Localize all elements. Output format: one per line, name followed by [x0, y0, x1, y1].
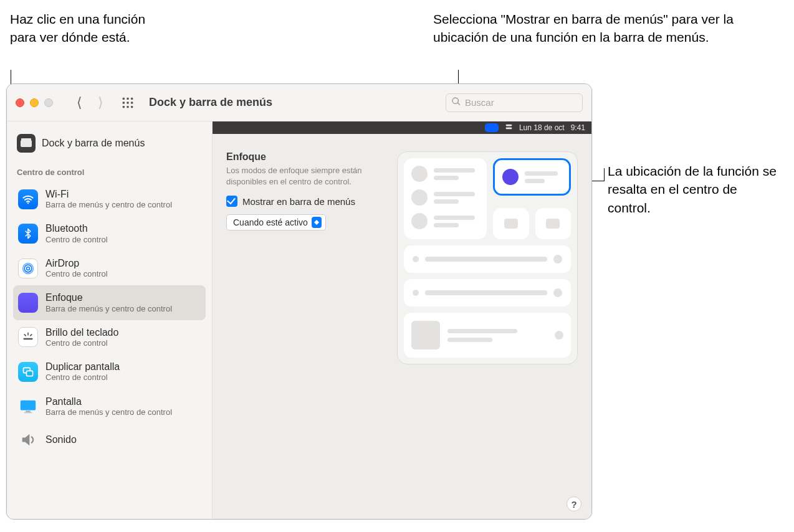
svg-rect-5 — [131, 102, 133, 103]
search-input[interactable] — [465, 97, 577, 108]
forward-button[interactable]: ⟩ — [90, 94, 110, 112]
keyboard-brightness-icon — [18, 327, 38, 347]
show-in-menubar-label: Mostrar en barra de menús — [242, 196, 355, 207]
svg-point-9 — [27, 202, 29, 204]
sidebar-item-sublabel: Barra de menús y centro de control — [45, 407, 172, 417]
sidebar-item-label: Wi-Fi — [45, 188, 172, 200]
search-icon — [451, 97, 461, 109]
svg-rect-0 — [123, 97, 125, 99]
cc-tile-focus-highlight — [493, 158, 571, 196]
svg-rect-15 — [27, 371, 33, 376]
callout-show-in-menubar: Selecciona "Mostrar en barra de menús" p… — [433, 10, 782, 47]
sidebar-item-wifi[interactable]: Wi-Fi Barra de menús y centro de control — [13, 182, 206, 216]
sidebar-item-sublabel: Centro de control — [45, 373, 120, 382]
dock-menubar-icon — [17, 134, 36, 153]
svg-rect-18 — [24, 412, 32, 414]
callout-click-function: Haz clic en una función para ver dónde e… — [10, 10, 147, 47]
display-icon — [18, 396, 38, 416]
cc-tile-media — [404, 313, 571, 358]
sidebar-item-sublabel: Barra de menús y centro de control — [45, 200, 172, 210]
cc-tile-connectivity — [404, 158, 487, 239]
cc-tile-slider — [404, 245, 571, 273]
sidebar-section-title: Centro de control — [13, 164, 206, 182]
sidebar-item-sublabel: Barra de menús y centro de control — [45, 304, 172, 314]
menubar-date: Lun 18 de oct — [519, 123, 565, 132]
menubar-focus-icon — [485, 123, 499, 132]
sidebar-item-label: Brillo del teclado — [45, 326, 118, 338]
help-button[interactable]: ? — [567, 496, 581, 511]
svg-rect-17 — [26, 411, 31, 412]
svg-rect-3 — [123, 102, 125, 103]
show-in-menubar-checkbox[interactable] — [226, 196, 237, 207]
svg-rect-8 — [131, 106, 133, 108]
svg-point-11 — [24, 265, 32, 272]
select-value: Cuando esté activo — [233, 217, 308, 227]
sidebar-item-sound[interactable]: Sonido — [13, 424, 206, 456]
svg-rect-19 — [506, 125, 512, 126]
svg-rect-2 — [131, 97, 133, 99]
window-title: Dock y barra de menús — [149, 96, 441, 109]
sidebar-header-label: Dock y barra de menús — [42, 138, 145, 149]
cc-tile-small — [493, 208, 529, 239]
leader-line — [604, 168, 605, 181]
traffic-lights — [16, 98, 53, 107]
svg-rect-20 — [506, 128, 512, 130]
callout-highlighted-location: La ubicación de la función se resalta en… — [608, 162, 782, 217]
sidebar-item-label: Enfoque — [45, 292, 172, 303]
minimize-window-button[interactable] — [30, 98, 39, 107]
zoom-window-button[interactable] — [44, 98, 53, 107]
svg-point-10 — [27, 267, 30, 270]
preferences-window: ⟨ ⟩ Dock y barra de menús Dock y barra d… — [6, 83, 592, 520]
back-button[interactable]: ⟨ — [69, 94, 89, 112]
wifi-icon — [18, 189, 38, 209]
pane-description: Los modos de enfoque siempre están dispo… — [226, 165, 388, 187]
close-window-button[interactable] — [16, 98, 24, 107]
control-center-icon — [505, 123, 513, 133]
svg-rect-6 — [123, 106, 125, 108]
sidebar-item-label: AirDrop — [45, 257, 108, 269]
sidebar-item-sublabel: Centro de control — [45, 338, 118, 348]
cc-tile-small — [535, 208, 572, 239]
sidebar-item-label: Sonido — [45, 434, 77, 445]
sidebar-item-display[interactable]: Pantalla Barra de menús y centro de cont… — [13, 389, 206, 424]
menubar-time: 9:41 — [571, 123, 585, 132]
sidebar-item-sublabel: Centro de control — [45, 235, 108, 245]
search-field[interactable] — [446, 93, 583, 112]
when-active-select[interactable]: Cuando esté activo — [226, 214, 326, 230]
screen-mirroring-icon — [18, 362, 38, 382]
svg-rect-16 — [21, 401, 36, 411]
sidebar-item-screen-mirroring[interactable]: Duplicar pantalla Centro de control — [13, 354, 206, 389]
sidebar-item-bluetooth[interactable]: Bluetooth Centro de control — [13, 216, 206, 250]
sidebar-item-keyboard-brightness[interactable]: Brillo del teclado Centro de control — [13, 320, 206, 354]
sidebar-item-label: Bluetooth — [45, 222, 108, 234]
window-toolbar: ⟨ ⟩ Dock y barra de menús — [7, 84, 591, 121]
cc-tile-slider — [404, 279, 571, 306]
show-all-icon[interactable] — [119, 94, 136, 112]
chevron-updown-icon — [312, 217, 322, 228]
svg-rect-7 — [127, 106, 128, 108]
sidebar-item-airdrop[interactable]: AirDrop Centro de control — [13, 251, 206, 285]
sidebar-item-label: Duplicar pantalla — [45, 361, 120, 373]
svg-rect-13 — [24, 338, 33, 340]
menubar-preview: Lun 18 de oct 9:41 — [213, 121, 591, 134]
focus-icon — [18, 293, 38, 313]
sidebar-item-label: Pantalla — [45, 396, 172, 407]
sidebar: Dock y barra de menús Centro de control … — [7, 121, 213, 519]
detail-pane: Lun 18 de oct 9:41 Enfoque Los modos de … — [213, 121, 591, 519]
airdrop-icon — [18, 259, 38, 278]
svg-rect-4 — [127, 102, 128, 103]
svg-rect-1 — [127, 97, 128, 99]
control-center-preview — [397, 151, 578, 364]
bluetooth-icon — [18, 224, 38, 244]
sidebar-item-enfoque[interactable]: Enfoque Barra de menús y centro de contr… — [13, 285, 206, 320]
sidebar-header-row[interactable]: Dock y barra de menús — [13, 129, 206, 164]
sound-icon — [18, 430, 38, 450]
sidebar-item-sublabel: Centro de control — [45, 269, 108, 279]
focus-moon-icon — [502, 169, 519, 185]
